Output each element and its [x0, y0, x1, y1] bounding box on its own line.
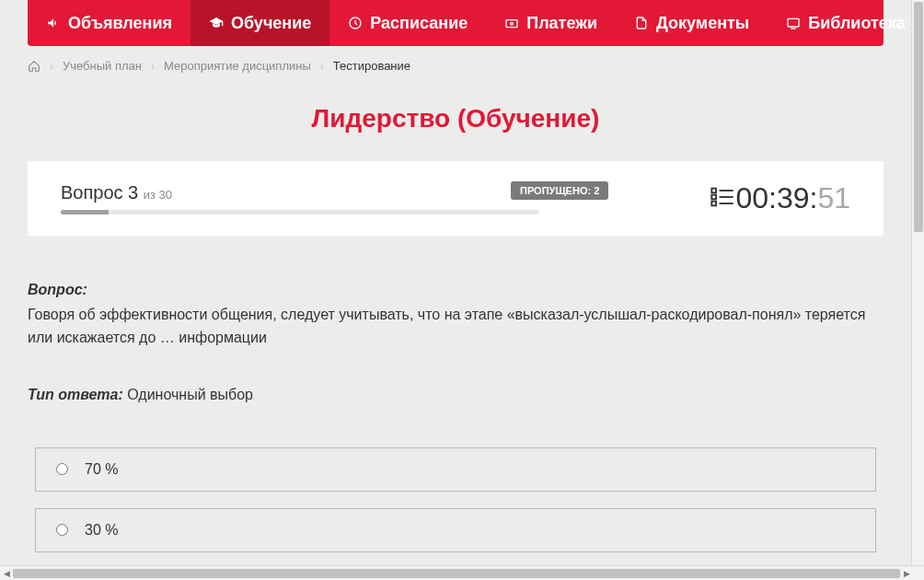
scrollbar-thumb[interactable] [914, 2, 923, 232]
megaphone-icon [46, 16, 61, 30]
answer-option[interactable]: 70 % [35, 447, 876, 492]
currency-icon [504, 16, 519, 30]
home-icon[interactable] [28, 60, 40, 73]
question-list-button[interactable] [710, 184, 735, 214]
clock-icon [348, 16, 363, 30]
svg-rect-4 [712, 188, 717, 192]
question-number: Вопрос 3 [61, 182, 138, 203]
breadcrumb-link-event[interactable]: Мероприятие дисциплины [164, 59, 311, 73]
question-area: Вопрос: Говоря об эффективности общения,… [28, 236, 884, 565]
nav-tab-library[interactable]: Библиотека [768, 0, 911, 46]
nav-label: Библиотека [808, 14, 906, 33]
svg-rect-8 [712, 201, 717, 205]
answer-text: 70 % [85, 461, 118, 478]
nav-label: Расписание [370, 14, 468, 33]
nav-label: Объявления [68, 14, 172, 33]
answer-text: 30 % [85, 522, 118, 539]
main-nav: Объявления Обучение Расписание Платежи Д… [28, 0, 884, 46]
graduation-cap-icon [209, 16, 224, 30]
question-text: Говоря об эффективности общения, следует… [28, 304, 884, 350]
answer-type-row: Тип ответа: Одиночный выбор [28, 387, 884, 403]
vertical-scrollbar[interactable] [911, 0, 924, 565]
scroll-right-arrow[interactable]: ▶ [900, 566, 913, 580]
answer-radio[interactable] [56, 524, 68, 536]
skipped-badge: ПРОПУЩЕНО: 2 [511, 181, 608, 200]
answer-type-value: Одиночный выбор [127, 387, 253, 402]
nav-tab-announcements[interactable]: Объявления [28, 0, 191, 46]
progress-fill [61, 210, 109, 215]
nav-tab-education[interactable]: Обучение [191, 0, 329, 46]
timer-seconds: 51 [817, 181, 850, 215]
file-icon [634, 16, 649, 30]
page-title: Лидерство (Обучение) [28, 86, 884, 161]
timer: 00:39:51 [735, 181, 850, 215]
nav-label: Документы [656, 14, 749, 33]
svg-rect-3 [788, 18, 799, 27]
nav-tab-documents[interactable]: Документы [616, 0, 768, 46]
nav-label: Обучение [231, 14, 311, 33]
question-total: из 30 [144, 188, 172, 202]
nav-tab-payments[interactable]: Платежи [486, 0, 616, 46]
tv-icon [786, 16, 801, 30]
nav-tab-schedule[interactable]: Расписание [329, 0, 486, 46]
question-label: Вопрос: [28, 282, 884, 298]
svg-rect-1 [506, 20, 517, 28]
breadcrumb-link-plan[interactable]: Учебный план [63, 59, 142, 73]
scroll-left-arrow[interactable]: ◀ [0, 566, 13, 580]
answer-radio[interactable] [56, 463, 68, 475]
svg-point-2 [511, 22, 514, 25]
breadcrumb: › Учебный план › Мероприятие дисциплины … [28, 46, 884, 86]
breadcrumb-separator: › [320, 60, 324, 73]
breadcrumb-separator: › [151, 60, 155, 73]
timer-main: 00:39: [735, 181, 817, 215]
breadcrumb-current: Тестирование [333, 59, 410, 73]
horizontal-scrollbar[interactable]: ◀ ▶ [0, 565, 924, 580]
answer-option[interactable]: 30 % [35, 508, 876, 552]
answers-list: 70 % 30 % [28, 447, 884, 565]
answer-type-label: Тип ответа: [28, 387, 127, 402]
svg-rect-6 [712, 194, 717, 199]
scrollbar-thumb[interactable] [13, 569, 900, 578]
breadcrumb-separator: › [50, 60, 53, 73]
nav-label: Платежи [526, 14, 597, 33]
quiz-status-card: Вопрос 3 из 30 ПРОПУЩЕНО: 2 00:39:51 [28, 161, 884, 236]
progress-bar [61, 210, 539, 215]
